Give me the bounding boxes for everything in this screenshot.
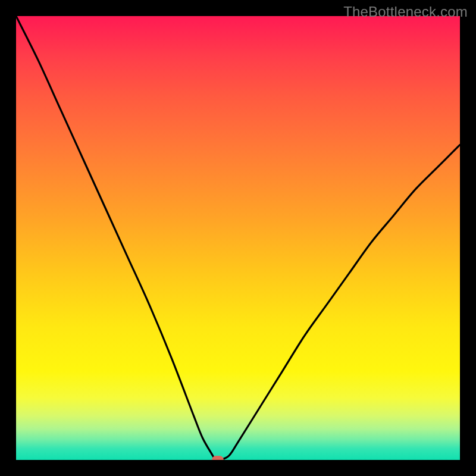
chart-curve (16, 16, 460, 460)
watermark-text: TheBottleneck.com (343, 4, 468, 20)
optimum-marker (212, 456, 224, 460)
plot-area (16, 16, 460, 460)
